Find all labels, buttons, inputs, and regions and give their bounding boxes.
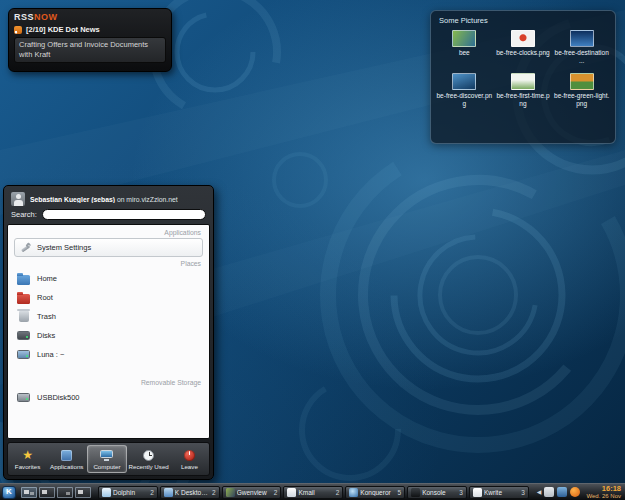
- image-thumbnail: [452, 73, 476, 90]
- task-count: 2: [336, 489, 340, 496]
- task-label: Kmail: [298, 489, 333, 496]
- tab-label: Recently Used: [129, 463, 169, 470]
- rss-feed-row[interactable]: [2/10] KDE Dot News: [14, 25, 166, 34]
- pager-desktop-4[interactable]: [75, 487, 91, 498]
- system-tray: ◀: [537, 487, 581, 497]
- file-item-clocks[interactable]: be-free-clocks.png: [494, 28, 553, 68]
- file-label: be-free-destination ...: [554, 49, 610, 66]
- task-kmail[interactable]: Kmail 2: [283, 486, 343, 499]
- kmail-icon: [287, 488, 296, 497]
- kickoff-tabstrip: ★ Favorites Applications Computer Recent…: [7, 442, 210, 476]
- section-label-places: Places: [8, 257, 209, 269]
- clock-time: 16:18: [602, 485, 621, 493]
- menu-item-trash[interactable]: Trash: [8, 307, 209, 326]
- kickoff-search-row: Search:: [7, 209, 210, 224]
- file-label: be-free-clocks.png: [496, 49, 549, 57]
- kickoff-body: Applications System Settings Places Home…: [7, 224, 210, 439]
- pager-desktop-1[interactable]: [21, 487, 37, 498]
- image-thumbnail: [570, 30, 594, 47]
- hard-disk-icon: [17, 331, 30, 340]
- user-line: Sebastian Kuegler (sebas) on miro.vizZzi…: [30, 196, 178, 203]
- image-thumbnail: [511, 73, 535, 90]
- power-icon: [184, 450, 195, 461]
- task-label: K Desktop En: [175, 489, 210, 496]
- menu-item-luna[interactable]: Luna : ~: [8, 345, 209, 364]
- file-label: be-free-green-light.png: [554, 92, 610, 109]
- task-kdesktop[interactable]: K Desktop En 2: [160, 486, 220, 499]
- file-label: be-free-discover.png: [436, 92, 492, 109]
- tab-label: Favorites: [15, 463, 40, 470]
- task-label: Konsole: [422, 489, 457, 496]
- konqueror-icon: [349, 488, 358, 497]
- computer-icon: [100, 450, 113, 461]
- task-count: 2: [212, 489, 216, 496]
- tab-label: Applications: [50, 463, 83, 470]
- home-folder-icon: [17, 275, 30, 285]
- task-list: Dolphin 2 K Desktop En 2 Gwenview 2 Kmai…: [98, 486, 529, 499]
- task-dolphin[interactable]: Dolphin 2: [98, 486, 158, 499]
- task-label: Kwrite: [484, 489, 519, 496]
- task-kwrite[interactable]: Kwrite 3: [469, 486, 529, 499]
- network-icon[interactable]: [557, 487, 567, 497]
- task-label: Gwenview: [237, 489, 272, 496]
- menu-item-label: Trash: [37, 312, 56, 321]
- task-konsole[interactable]: Konsole 3: [407, 486, 467, 499]
- kde-logo-icon: K: [6, 488, 12, 496]
- file-item-bee[interactable]: bee: [435, 28, 494, 68]
- menu-item-label: System Settings: [37, 243, 91, 252]
- menu-item-system-settings[interactable]: System Settings: [14, 238, 203, 257]
- rssnow-logo-rss: RSS: [14, 12, 34, 22]
- search-label: Search:: [11, 210, 37, 219]
- rssnow-logo-now: NOW: [34, 12, 58, 22]
- folder-view-title: Some Pictures: [439, 16, 611, 25]
- task-label: Konqueror: [360, 489, 395, 496]
- pager-desktop-2[interactable]: [39, 487, 55, 498]
- menu-item-root[interactable]: Root: [8, 288, 209, 307]
- search-input[interactable]: [42, 209, 206, 220]
- pager-desktop-3[interactable]: [57, 487, 73, 498]
- rssnow-widget: RSSNOW [2/10] KDE Dot News Crafting Offe…: [8, 8, 172, 72]
- task-count: 5: [398, 489, 402, 496]
- kickoff-header: Sebastian Kuegler (sebas) on miro.vizZzi…: [7, 189, 210, 209]
- digital-clock[interactable]: 16:18 Wed. 26 Nov: [586, 485, 621, 500]
- rss-headline[interactable]: Crafting Offers and Invoice Documents wi…: [14, 37, 166, 63]
- menu-item-label: Disks: [37, 331, 55, 340]
- kwrite-icon: [473, 488, 482, 497]
- desktop-pager: [21, 487, 91, 498]
- tab-leave[interactable]: Leave: [171, 445, 208, 473]
- folder-view-widget: Some Pictures bee be-free-clocks.png be-…: [430, 10, 616, 144]
- task-konqueror[interactable]: Konqueror 5: [345, 486, 405, 499]
- file-item-discover[interactable]: be-free-discover.png: [435, 71, 494, 111]
- menu-item-home[interactable]: Home: [8, 269, 209, 288]
- tab-applications[interactable]: Applications: [48, 445, 85, 473]
- star-icon: ★: [22, 449, 33, 462]
- menu-item-usbdisk500[interactable]: USBDisk500: [8, 388, 209, 407]
- menu-item-label: Luna : ~: [37, 350, 64, 359]
- menu-item-label: Home: [37, 274, 57, 283]
- menu-item-label: USBDisk500: [37, 393, 80, 402]
- tray-expander-icon[interactable]: ◀: [537, 489, 542, 495]
- tab-computer[interactable]: Computer: [87, 445, 126, 473]
- file-item-green-light[interactable]: be-free-green-light.png: [552, 71, 611, 111]
- file-label: bee: [459, 49, 470, 57]
- file-item-first-time[interactable]: be-free-first-time.png: [494, 71, 553, 111]
- task-gwenview[interactable]: Gwenview 2: [222, 486, 282, 499]
- wrench-icon: [19, 242, 31, 254]
- network-drive-icon: [17, 350, 30, 359]
- gwenview-icon: [226, 488, 235, 497]
- notifier-icon[interactable]: [570, 487, 580, 497]
- section-label-removable-storage: Removable Storage: [8, 376, 209, 388]
- konsole-icon: [411, 488, 420, 497]
- task-count: 2: [150, 489, 154, 496]
- menu-item-disks[interactable]: Disks: [8, 326, 209, 345]
- task-count: 3: [459, 489, 463, 496]
- task-label: Dolphin: [113, 489, 148, 496]
- menu-item-label: Root: [37, 293, 53, 302]
- tab-recently-used[interactable]: Recently Used: [129, 445, 169, 473]
- dolphin-icon: [102, 488, 111, 497]
- tab-favorites[interactable]: ★ Favorites: [9, 445, 46, 473]
- kmenu-button[interactable]: K: [2, 486, 16, 499]
- file-item-destination[interactable]: be-free-destination ...: [552, 28, 611, 68]
- task-count: 2: [274, 489, 278, 496]
- klipper-icon[interactable]: [544, 487, 554, 497]
